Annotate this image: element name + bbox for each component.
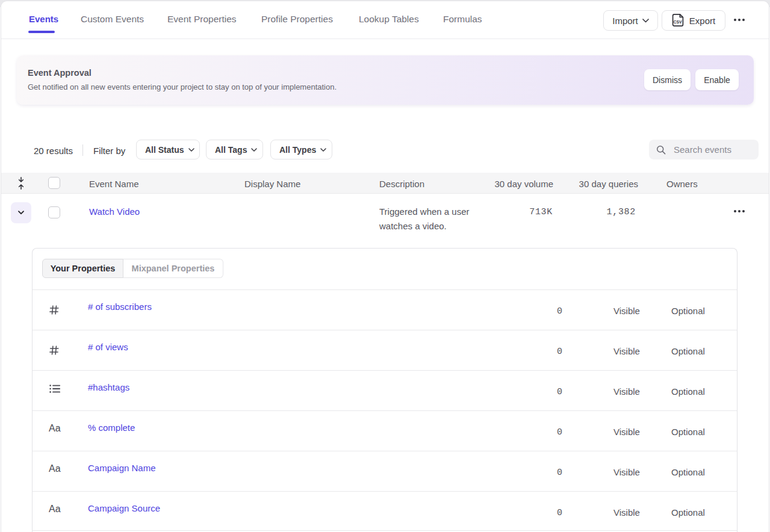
svg-text:CSV: CSV	[673, 20, 682, 24]
